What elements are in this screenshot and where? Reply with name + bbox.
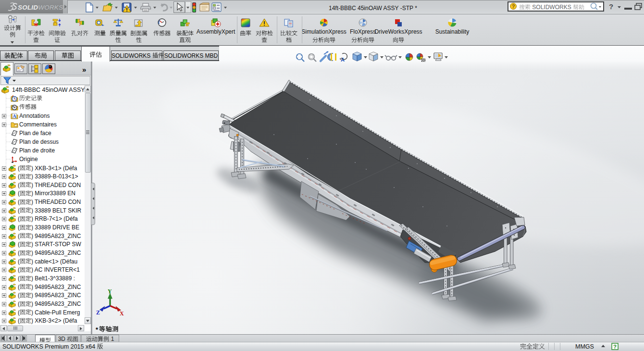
- svg-text:X: X: [120, 310, 124, 317]
- svg-text:Z: Z: [96, 309, 100, 316]
- svg-text:A: A: [12, 113, 16, 119]
- svg-text:Y: Y: [108, 288, 112, 295]
- svg-text:?: ?: [613, 344, 617, 350]
- svg-text:?: ?: [512, 3, 515, 9]
